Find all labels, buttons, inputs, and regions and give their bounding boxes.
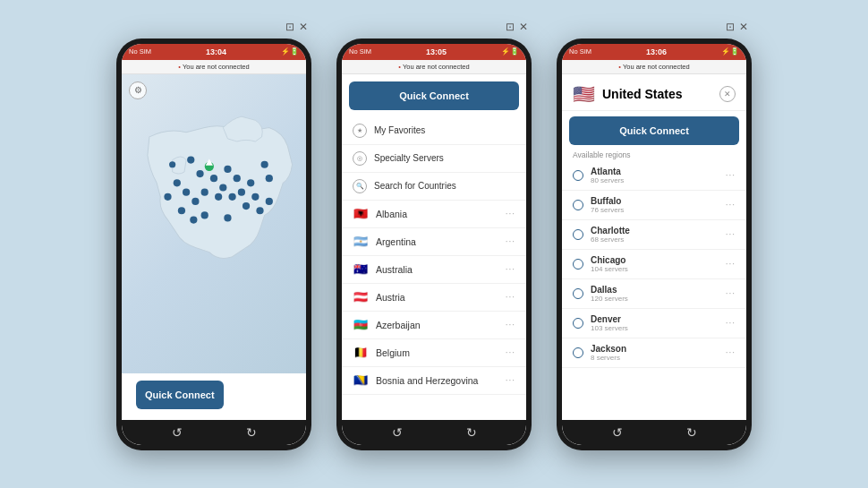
forward-btn-3[interactable]: ↻ [686,425,697,440]
region-radio[interactable] [573,288,583,299]
quick-connect-btn-2[interactable]: Quick Connect [349,81,519,110]
country-name: Azerbaijan [376,320,498,330]
region-list-item[interactable]: Atlanta 80 servers ··· [562,161,746,191]
status-icons-1: ⚡🔋 [281,47,299,56]
svg-point-8 [215,193,222,200]
region-options[interactable]: ··· [726,170,736,180]
region-radio[interactable] [573,318,583,329]
svg-point-14 [256,207,263,214]
region-name: Atlanta [591,167,719,176]
svg-point-7 [219,184,226,191]
region-close-btn[interactable]: ✕ [719,86,736,102]
country-list-item[interactable]: 🇦🇿 Azerbaijan ··· [342,312,526,339]
country-options[interactable]: ··· [506,209,515,218]
phone-1-screen: No SIM 13:04 ⚡🔋 You are not connected ⚙ [122,44,306,445]
region-options[interactable]: ··· [726,288,736,298]
region-radio[interactable] [573,229,583,240]
region-header: 🇺🇸 United States ✕ [562,74,746,111]
phone-3-screen: No SIM 13:06 ⚡🔋 You are not connected 🇺🇸… [562,44,746,445]
region-options[interactable]: ··· [726,200,736,210]
close-icon-2[interactable]: ✕ [519,21,528,33]
country-options[interactable]: ··· [506,264,515,274]
back-btn-1[interactable]: ↺ [172,425,183,440]
svg-point-19 [164,193,171,200]
country-list-item[interactable]: 🇦🇹 Austria ··· [342,284,526,312]
country-options[interactable]: ··· [506,347,515,357]
close-icon-1[interactable]: ✕ [299,21,308,33]
server-count: 8 servers [591,354,719,362]
country-list-item[interactable]: 🇦🇺 Australia ··· [342,256,526,284]
region-list: Atlanta 80 servers ··· Buffalo 76 server… [562,161,746,420]
quick-connect-btn-3[interactable]: Quick Connect [569,116,739,145]
back-btn-2[interactable]: ↺ [392,425,403,440]
country-options[interactable]: ··· [506,236,515,246]
svg-point-27 [169,161,175,167]
time-2: 13:05 [426,47,447,56]
phone-2: ⊡ ✕ No SIM 13:05 ⚡🔋 You are not connecte… [336,39,532,450]
not-connected-1: You are not connected [122,60,306,74]
back-btn-3[interactable]: ↺ [612,425,623,440]
country-name: Albania [376,209,498,219]
country-options[interactable]: ··· [506,320,515,330]
region-list-item[interactable]: Dallas 120 servers ··· [562,279,746,309]
close-icon-3[interactable]: ✕ [739,21,748,33]
region-name: Buffalo [591,196,719,206]
specialty-icon: ◎ [353,151,367,166]
country-flag: 🇦🇹 [353,289,369,305]
country-name: Argentina [376,236,498,247]
bottom-nav-2: ↺ ↻ [342,420,526,445]
region-options[interactable]: ··· [726,259,736,269]
region-list-item[interactable]: Charlotte 68 servers ··· [562,220,746,250]
region-options[interactable]: ··· [726,318,736,328]
region-radio[interactable] [573,200,583,210]
country-options[interactable]: ··· [506,375,515,385]
my-favorites-item[interactable]: ★ My Favorites [342,117,526,145]
search-countries-item[interactable]: 🔍 Search for Countries [342,173,526,201]
phone-1: ⊡ ✕ No SIM 13:04 ⚡🔋 You are not connecte… [116,39,311,450]
region-name: Denver [591,314,719,324]
forward-btn-2[interactable]: ↻ [466,425,477,440]
region-list-item[interactable]: Denver 103 servers ··· [562,309,746,338]
status-bar-3: No SIM 13:06 ⚡🔋 [562,44,746,60]
not-connected-2: You are not connected [342,60,526,74]
region-radio[interactable] [573,259,583,270]
country-options[interactable]: ··· [506,292,515,302]
server-count: 104 servers [591,265,719,273]
bottom-nav-1: ↺ ↻ [122,420,306,445]
sim-info-3: No SIM [569,47,591,56]
region-list-item[interactable]: Jackson 8 servers ··· [562,338,746,368]
svg-point-18 [174,179,181,186]
country-flag: 🇦🇱 [353,206,369,222]
country-flag: 🇧🇦 [353,372,369,389]
country-flag: 🇦🇺 [353,261,369,278]
svg-point-4 [210,175,217,182]
sim-info-2: No SIM [349,47,371,56]
region-list-item[interactable]: Chicago 104 servers ··· [562,250,746,279]
svg-point-2 [187,156,194,163]
region-radio[interactable] [573,347,583,358]
sim-info-1: No SIM [129,47,151,56]
us-flag: 🇺🇸 [573,83,595,105]
svg-point-25 [266,175,273,182]
search-label: Search for Countries [374,181,515,191]
expand-icon-1[interactable]: ⊡ [285,21,294,33]
region-list-item[interactable]: Buffalo 76 servers ··· [562,191,746,220]
svg-point-11 [247,179,254,186]
country-list-item[interactable]: 🇧🇪 Belgium ··· [342,339,526,367]
expand-icon-3[interactable]: ⊡ [726,21,735,33]
country-list-item[interactable]: 🇦🇱 Albania ··· [342,201,526,228]
expand-icon-2[interactable]: ⊡ [506,21,515,33]
country-list: 🇦🇱 Albania ··· 🇦🇷 Argentina ··· 🇦🇺 Austr… [342,201,526,395]
available-label: Available regions [562,147,746,161]
europe-map-svg [122,74,306,329]
region-options[interactable]: ··· [726,229,736,239]
region-radio[interactable] [573,170,583,181]
specialty-servers-item[interactable]: ◎ Specialty Servers [342,145,526,173]
country-list-item[interactable]: 🇦🇷 Argentina ··· [342,228,526,256]
time-3: 13:06 [646,47,667,56]
quick-connect-btn-1[interactable]: Quick Connect [136,381,224,409]
country-list-item[interactable]: 🇧🇦 Bosnia and Herzegovina ··· [342,367,526,395]
region-options[interactable]: ··· [726,347,736,357]
forward-btn-1[interactable]: ↻ [246,425,257,440]
region-name: Charlotte [591,226,719,235]
